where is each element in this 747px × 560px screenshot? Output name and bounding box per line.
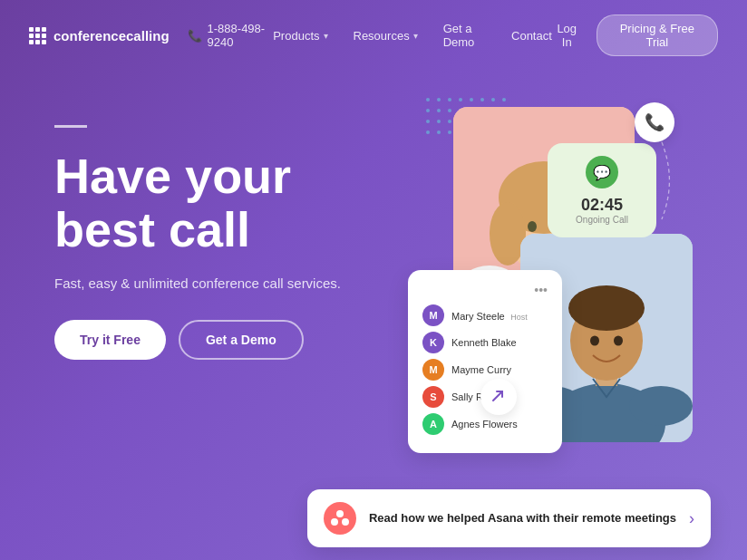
nav-center: Products ▾ Resources ▾ Get a Demo Contac… xyxy=(273,22,552,49)
participant-avatar: M xyxy=(422,359,444,381)
accent-line xyxy=(54,125,87,128)
logo[interactable]: conferencecalling xyxy=(29,27,170,44)
phone-icon-circle: 📞 xyxy=(635,102,674,142)
call-status-label: Ongoing Call xyxy=(564,215,640,225)
case-study-card[interactable]: Read how we helped Asana with their remo… xyxy=(307,489,711,547)
hero-illustration: (function(){ const container = document.… xyxy=(399,89,693,497)
host-name: Mary Steele xyxy=(451,311,505,322)
svg-point-21 xyxy=(331,518,338,526)
case-study-icon xyxy=(324,502,356,535)
dot xyxy=(426,120,430,123)
svg-point-16 xyxy=(590,336,599,346)
host-row: M Mary Steele Host xyxy=(422,304,548,326)
phone-icon: 📞 xyxy=(645,112,665,132)
participant-name: Kenneth Blake xyxy=(451,337,517,348)
nav-resources[interactable]: Resources ▾ xyxy=(354,29,418,43)
participant-name: Agnes Flowers xyxy=(451,419,518,430)
call-icon: 💬 xyxy=(586,156,618,188)
dot xyxy=(502,98,506,101)
participant-name: Mayme Curry xyxy=(451,364,511,375)
hero-left: Have your best call Fast, easy & unlimit… xyxy=(54,89,381,360)
dot xyxy=(480,98,484,101)
dot xyxy=(426,98,430,101)
dot xyxy=(426,109,430,112)
video-icon: 💬 xyxy=(593,164,611,181)
svg-point-17 xyxy=(614,336,623,346)
arrow-icon xyxy=(490,388,508,406)
svg-point-22 xyxy=(342,518,349,526)
hero-subtitle: Fast, easy & unlimited conference call s… xyxy=(54,275,381,291)
dot xyxy=(448,130,451,134)
phone-icon: 📞 xyxy=(188,29,202,43)
dot xyxy=(459,98,462,101)
participant-avatar: S xyxy=(422,386,444,408)
svg-point-19 xyxy=(629,386,693,426)
participant-row: K Kenneth Blake xyxy=(422,332,548,353)
resources-dropdown-icon: ▾ xyxy=(413,31,418,41)
participant-avatar: K xyxy=(422,332,444,353)
nav-right: Log In Pricing & Free Trial xyxy=(552,14,718,56)
host-info: Mary Steele Host xyxy=(451,307,528,323)
call-status-card: 💬 02:45 Ongoing Call xyxy=(548,143,656,237)
svg-point-7 xyxy=(528,221,537,232)
case-study-title: Read how we helped Asana with their remo… xyxy=(369,511,676,526)
participant-row: M Mayme Curry xyxy=(422,359,548,381)
dot xyxy=(448,120,451,123)
dot xyxy=(437,130,441,134)
participants-card: ••• M Mary Steele Host K Kenneth Blake M… xyxy=(408,270,562,453)
hero-section: Have your best call Fast, easy & unlimit… xyxy=(0,71,747,497)
dot xyxy=(491,98,495,101)
dot xyxy=(437,120,441,123)
asana-icon xyxy=(331,509,349,527)
brand-name: conferencecalling xyxy=(53,28,170,43)
logo-grid-icon xyxy=(29,27,46,44)
nav-products[interactable]: Products ▾ xyxy=(273,29,327,43)
hero-title: Have your best call xyxy=(54,150,381,257)
dot xyxy=(426,130,430,134)
try-free-button[interactable]: Try it Free xyxy=(54,320,166,360)
login-button[interactable]: Log In xyxy=(552,22,582,49)
dot xyxy=(437,109,441,112)
participant-avatar: A xyxy=(422,413,444,435)
menu-dots: ••• xyxy=(422,283,548,297)
svg-point-15 xyxy=(568,285,645,331)
pricing-button[interactable]: Pricing & Free Trial xyxy=(597,14,718,56)
host-avatar: M xyxy=(422,304,444,326)
dot xyxy=(448,98,451,101)
dot xyxy=(470,98,473,101)
dot xyxy=(437,98,441,101)
nav-contact[interactable]: Contact xyxy=(511,29,552,43)
nav-left: conferencecalling 📞 1-888-498-9240 xyxy=(29,22,273,49)
case-study-arrow-icon[interactable]: › xyxy=(689,509,694,528)
get-demo-button[interactable]: Get a Demo xyxy=(179,320,304,360)
phone-number: 📞 1-888-498-9240 xyxy=(188,22,274,49)
host-label: Host xyxy=(510,313,528,322)
participant-row: A Agnes Flowers xyxy=(422,413,548,435)
navbar: conferencecalling 📞 1-888-498-9240 Produ… xyxy=(0,0,747,71)
call-timer: 02:45 xyxy=(564,196,640,215)
case-study-text: Read how we helped Asana with their remo… xyxy=(369,511,676,526)
hero-buttons: Try it Free Get a Demo xyxy=(54,320,381,360)
nav-demo[interactable]: Get a Demo xyxy=(443,22,486,49)
svg-point-20 xyxy=(336,510,344,517)
dot xyxy=(448,109,451,112)
products-dropdown-icon: ▾ xyxy=(324,31,328,41)
arrow-circle xyxy=(480,379,517,415)
